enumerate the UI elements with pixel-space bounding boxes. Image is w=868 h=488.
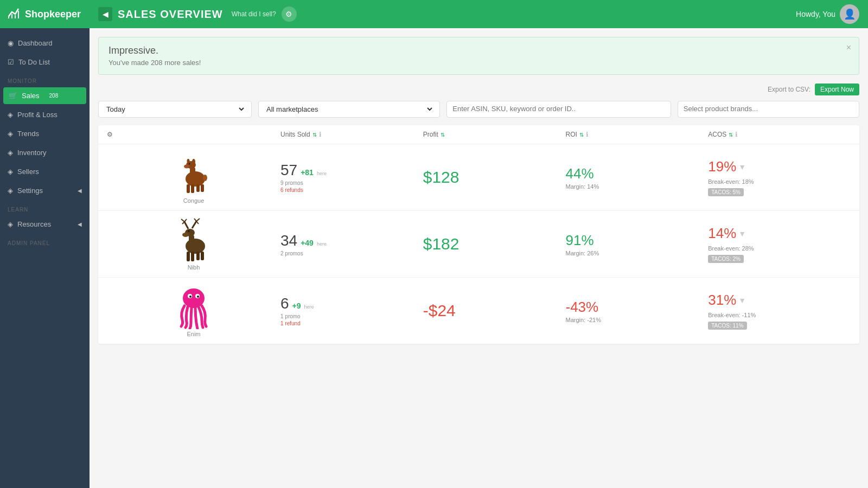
export-row: Export to CSV: Export Now: [98, 84, 859, 95]
sales-icon: 🛒: [9, 92, 17, 100]
table-col-acos: ACOS ⇅ ℹ: [708, 131, 851, 138]
inventory-icon: ◈: [8, 149, 13, 157]
svg-rect-12: [191, 184, 194, 193]
product-image-enim: [172, 284, 215, 328]
monitor-section-label: MONITOR: [0, 72, 90, 86]
sidebar-item-todolist[interactable]: ☑ To Do List: [0, 53, 90, 72]
svg-point-36: [189, 296, 192, 298]
topbar: ◀ SALES OVERVIEW What did I sell? ⚙ Howd…: [90, 0, 868, 28]
roi-info-icon[interactable]: ℹ: [586, 131, 589, 138]
acos-cell-nibh: 14% ▼ Break-even: 28% TACOS: 2%: [708, 225, 851, 263]
alert-message: You've made 208 more sales!: [108, 59, 849, 67]
sidebar: Shopkeeper ◉ Dashboard ☑ To Do List MONI…: [0, 0, 90, 488]
tacos-badge-enim: TACOS: 11%: [708, 322, 746, 330]
sidebar-item-sellers[interactable]: ◈ Sellers: [0, 162, 90, 181]
svg-point-9: [187, 159, 190, 163]
roi-cell-enim: -43% Margin: -21%: [566, 299, 709, 323]
table-row: Enim 6 +9 here 1 promo 1 refund -$24 -43…: [98, 278, 859, 344]
svg-line-26: [196, 219, 200, 221]
acos-cell-congue: 19% ▼ Break-even: 18% TACOS: 5%: [708, 158, 851, 196]
sidebar-item-settings[interactable]: ◈ Settings ◀: [0, 181, 90, 200]
table-col-units: Units Sold ⇅ ℹ: [280, 131, 423, 138]
units-cell-nibh: 34 +49 here 2 promos: [280, 232, 423, 256]
sidebar-item-resources[interactable]: ◈ Resources ◀: [0, 215, 90, 234]
profit-sort-icon[interactable]: ⇅: [441, 132, 445, 138]
app-logo: Shopkeeper: [0, 0, 90, 28]
settings-icon: ◈: [8, 187, 13, 195]
brands-filter[interactable]: [678, 101, 859, 118]
table-row: Congue 57 +81 here 9 promos 6 refunds $1…: [98, 144, 859, 211]
tacos-badge-nibh: TACOS: 2%: [708, 255, 744, 263]
table-settings-icon[interactable]: ⚙: [107, 131, 113, 138]
alert-banner: Impressive. You've made 208 more sales! …: [98, 37, 859, 75]
svg-line-27: [196, 221, 199, 224]
svg-rect-5: [190, 167, 195, 179]
resources-arrow-icon: ◀: [78, 221, 82, 227]
settings-arrow-icon: ◀: [78, 188, 82, 194]
search-input[interactable]: [452, 105, 665, 113]
marketplace-filter[interactable]: All marketplaces Amazon US Amazon UK: [258, 101, 440, 118]
sidebar-item-dashboard[interactable]: ◉ Dashboard: [0, 34, 90, 53]
dashboard-icon: ◉: [8, 39, 14, 47]
page-title: SALES OVERVIEW: [118, 8, 223, 21]
export-now-button[interactable]: Export Now: [815, 84, 859, 95]
roi-cell-congue: 44% Margin: 14%: [566, 165, 709, 190]
units-info-icon[interactable]: ℹ: [319, 131, 322, 138]
svg-point-16: [186, 239, 205, 254]
svg-line-25: [192, 221, 196, 228]
date-select[interactable]: Today Yesterday Last 7 Days Last 30 Days: [104, 105, 246, 114]
marketplace-select[interactable]: All marketplaces Amazon US Amazon UK: [264, 105, 434, 114]
brands-input[interactable]: [684, 105, 853, 113]
profit-cell-enim: -$24: [423, 301, 566, 320]
acos-cell-enim: 31% ▼ Break-even: -11% TACOS: 11%: [708, 292, 851, 330]
sidebar-collapse-button[interactable]: ◀: [98, 7, 112, 21]
product-image-nibh: [172, 217, 215, 261]
acos-sort-icon[interactable]: ⇅: [729, 132, 733, 138]
roi-sort-icon[interactable]: ⇅: [579, 132, 584, 138]
svg-point-20: [188, 230, 190, 232]
expand-arrow-nibh[interactable]: ▼: [738, 229, 746, 238]
sidebar-item-inventory[interactable]: ◈ Inventory: [0, 143, 90, 162]
expand-arrow-enim[interactable]: ▼: [738, 296, 746, 305]
svg-point-15: [203, 175, 207, 181]
alert-title: Impressive.: [108, 45, 849, 56]
main-content: ◀ SALES OVERVIEW What did I sell? ⚙ Howd…: [90, 0, 868, 488]
table-row: Nibh 34 +49 here 2 promos $182 91% Margi…: [98, 211, 859, 278]
learn-section-label: LEARN: [0, 200, 90, 215]
todolist-icon: ☑: [8, 58, 14, 66]
svg-rect-29: [187, 252, 190, 261]
product-cell-congue: Congue: [107, 151, 280, 204]
product-cell-nibh: Nibh: [107, 217, 280, 271]
product-cell-enim: Enim: [107, 284, 280, 337]
acos-info-icon[interactable]: ℹ: [735, 131, 738, 138]
svg-point-19: [182, 233, 189, 237]
profit-cell-nibh: $182: [423, 235, 566, 253]
svg-point-37: [197, 296, 199, 298]
table-header: ⚙ Units Sold ⇅ ℹ Profit ⇅ ROI ⇅ ℹ ACOS: [98, 125, 859, 144]
units-cell-congue: 57 +81 here 9 promos 6 refunds: [280, 162, 423, 193]
svg-line-23: [182, 222, 184, 224]
date-filter[interactable]: Today Yesterday Last 7 Days Last 30 Days: [98, 101, 252, 118]
profit-cell-congue: $128: [423, 168, 566, 187]
settings-gear-button[interactable]: ⚙: [282, 7, 297, 22]
logo-icon: [7, 5, 22, 23]
table-col-roi: ROI ⇅ ℹ: [566, 131, 709, 138]
alert-close-button[interactable]: ×: [846, 43, 851, 53]
svg-rect-17: [189, 235, 194, 247]
product-image-congue: [172, 151, 215, 194]
table-col-product: ⚙: [107, 131, 280, 138]
avatar: 👤: [840, 4, 859, 24]
svg-rect-31: [196, 252, 200, 260]
search-filter[interactable]: [446, 101, 671, 118]
product-name-nibh: Nibh: [188, 264, 200, 271]
expand-arrow-congue[interactable]: ▼: [738, 163, 746, 171]
sidebar-item-sales[interactable]: 🛒 Sales 208: [3, 87, 86, 104]
svg-line-24: [184, 219, 187, 222]
user-greeting: Howdy, You: [796, 10, 835, 18]
sellers-icon: ◈: [8, 168, 13, 176]
sidebar-item-profitloss[interactable]: ◈ Profit & Loss: [0, 105, 90, 124]
units-sort-icon[interactable]: ⇅: [312, 132, 317, 138]
product-name-enim: Enim: [187, 331, 200, 337]
sidebar-item-trends[interactable]: ◈ Trends: [0, 124, 90, 143]
svg-rect-32: [201, 252, 204, 260]
